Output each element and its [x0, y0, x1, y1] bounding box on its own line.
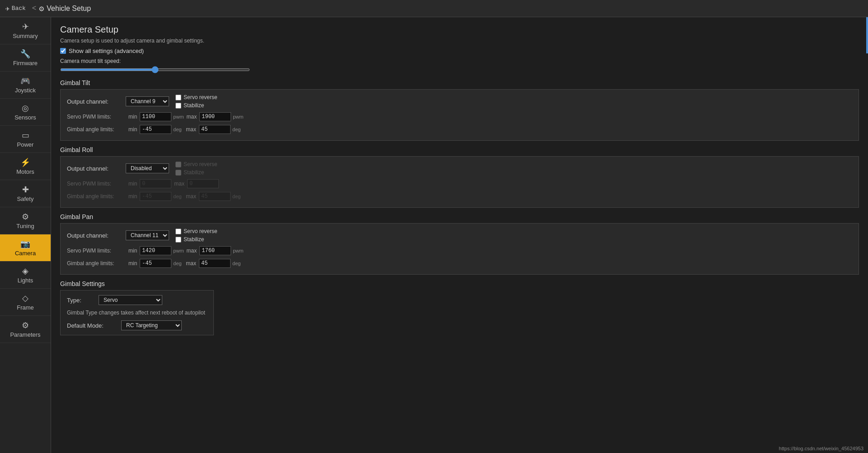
tilt-pwm-row: Servo PWM limits: min pwm max pwm: [67, 112, 852, 121]
tilt-pwm-max-unit: pwm: [233, 114, 243, 119]
tilt-pwm-min-unit: pwm: [173, 114, 184, 119]
pan-pwm-max-unit: pwm: [233, 248, 243, 253]
pan-pwm-max-container: pwm: [199, 246, 243, 255]
roll-servo-reverse-checkbox: [175, 162, 181, 167]
roll-pwm-max-label: max: [174, 181, 184, 187]
pan-angle-min-unit: deg: [173, 261, 183, 266]
sidebar-item-label: Lights: [18, 277, 33, 284]
tilt-angle-max-unit: deg: [232, 127, 242, 132]
tilt-output-channel-select[interactable]: Channel 9 Disabled Channel 1 Channel 2 C…: [126, 96, 169, 106]
roll-pwm-min-container: [140, 179, 171, 188]
sidebar-item-motors[interactable]: ⚡ Motors: [0, 153, 51, 180]
tilt-pwm-min-input[interactable]: [140, 112, 171, 121]
tilt-pwm-max-input[interactable]: [199, 112, 231, 121]
pan-pwm-max-input[interactable]: [199, 246, 231, 255]
tilt-pwm-label: Servo PWM limits:: [67, 114, 126, 120]
sidebar-item-label: Tuning: [16, 223, 34, 229]
mount-tilt-speed-container: Camera mount tilt speed:: [60, 58, 859, 73]
sidebar-item-tuning[interactable]: ⚙ Tuning: [0, 207, 51, 234]
pan-angle-row: Gimbal angle limits: min deg max deg: [67, 259, 852, 268]
pan-pwm-min-unit: pwm: [173, 248, 184, 253]
sidebar: ✈ Summary 🔧 Firmware 🎮 Joystick ◎ Sensor…: [0, 17, 51, 453]
sidebar-item-power[interactable]: ▭ Power: [0, 126, 51, 153]
pan-pwm-row: Servo PWM limits: min pwm max pwm: [67, 246, 852, 255]
pan-servo-reverse-label[interactable]: Servo reverse: [175, 228, 234, 234]
sidebar-item-summary[interactable]: ✈ Summary: [0, 17, 51, 44]
gimbal-type-select[interactable]: Servo SToRM32_MAVLink SToRM32_Serial: [99, 295, 162, 305]
show-all-settings-checkbox[interactable]: [60, 48, 66, 54]
gimbal-default-mode-row: Default Mode: RC Targeting MAVLink Targe…: [67, 320, 207, 330]
sidebar-item-label: Sensors: [14, 114, 36, 121]
pan-angle-max-input[interactable]: [199, 259, 231, 268]
sidebar-item-joystick[interactable]: 🎮 Joystick: [0, 72, 51, 99]
gimbal-pan-panel: Output channel: Channel 11 Disabled Chan…: [60, 223, 859, 275]
sidebar-item-label: Frame: [17, 304, 34, 311]
roll-angle-label: Gimbal angle limits:: [67, 193, 126, 200]
pan-angle-label: Gimbal angle limits:: [67, 260, 126, 267]
pan-pwm-min-input[interactable]: [140, 246, 171, 255]
pan-checkboxes: Servo reverse Stabilize: [175, 228, 234, 243]
sidebar-item-frame[interactable]: ◇ Frame: [0, 289, 51, 316]
pan-angle-max-label: max: [186, 260, 196, 267]
pan-output-channel-select[interactable]: Channel 11 Disabled Channel 1 Channel 2 …: [126, 230, 169, 240]
motors-icon: ⚡: [20, 157, 30, 167]
tilt-pwm-max-input-container: pwm: [199, 112, 243, 121]
tilt-servo-reverse-label[interactable]: Servo reverse: [175, 94, 234, 100]
roll-angle-min-container: deg: [140, 192, 183, 201]
roll-angle-max-input: [199, 192, 231, 201]
mount-tilt-speed-slider[interactable]: [60, 68, 250, 71]
tilt-angle-max-input[interactable]: [199, 125, 231, 134]
page-description: Camera setup is used to adjust camera an…: [60, 38, 859, 44]
roll-pwm-min-input: [140, 179, 171, 188]
roll-stabilize-checkbox: [175, 170, 181, 176]
topbar: ✈ Back < ⚙ Vehicle Setup: [0, 0, 868, 17]
pan-stabilize-label[interactable]: Stabilize: [175, 236, 234, 243]
page-title: Camera Setup: [60, 24, 859, 35]
tilt-stabilize-checkbox[interactable]: [175, 103, 181, 109]
pan-angle-min-label: min: [128, 260, 137, 267]
pan-pwm-min-container: pwm: [140, 246, 184, 255]
gimbal-type-label: Type:: [67, 297, 94, 304]
tilt-angle-min-input[interactable]: [140, 125, 171, 134]
tilt-servo-reverse-checkbox[interactable]: [175, 95, 181, 100]
sidebar-item-label: Parameters: [10, 331, 40, 338]
sidebar-item-sensors[interactable]: ◎ Sensors: [0, 99, 51, 126]
roll-output-channel-select[interactable]: Disabled Channel 1 Channel 2 Channel 3 C…: [126, 163, 169, 173]
roll-pwm-row: Servo PWM limits: min max: [67, 179, 852, 188]
pan-angle-max-container: deg: [199, 259, 242, 268]
tilt-angle-label: Gimbal angle limits:: [67, 126, 126, 133]
bottom-link: https://blog.csdn.net/weixin_45624953: [779, 446, 863, 451]
roll-pwm-min-label: min: [128, 181, 137, 187]
gimbal-tilt-title: Gimbal Tilt: [60, 79, 859, 86]
sidebar-item-parameters[interactable]: ⚙ Parameters: [0, 316, 51, 343]
gimbal-default-mode-select[interactable]: RC Targeting MAVLink Targeting GPS Point…: [121, 320, 182, 330]
back-button[interactable]: ✈ Back: [5, 4, 26, 13]
roll-angle-max-label: max: [186, 193, 196, 200]
sidebar-item-label: Firmware: [13, 60, 38, 67]
pan-servo-reverse-checkbox[interactable]: [175, 229, 181, 234]
pan-stabilize-checkbox[interactable]: [175, 237, 181, 243]
tilt-output-channel-label: Output channel:: [67, 98, 126, 105]
power-icon: ▭: [22, 130, 29, 140]
sidebar-item-firmware[interactable]: 🔧 Firmware: [0, 44, 51, 72]
tilt-stabilize-label[interactable]: Stabilize: [175, 102, 234, 109]
gimbal-settings-panel: Type: Servo SToRM32_MAVLink SToRM32_Seri…: [60, 290, 214, 335]
sidebar-item-label: Joystick: [15, 87, 36, 94]
summary-icon: ✈: [22, 22, 29, 32]
gimbal-roll-panel: Output channel: Disabled Channel 1 Chann…: [60, 156, 859, 208]
pan-angle-min-input[interactable]: [140, 259, 171, 268]
tilt-angle-min-unit: deg: [173, 127, 183, 132]
parameters-icon: ⚙: [22, 320, 29, 330]
pan-output-channel-row: Output channel: Channel 11 Disabled Chan…: [67, 228, 852, 243]
sidebar-item-safety[interactable]: ✚ Safety: [0, 180, 51, 207]
roll-angle-max-container: deg: [199, 192, 242, 201]
tilt-pwm-min-input-container: pwm: [140, 112, 184, 121]
sidebar-item-lights[interactable]: ◈ Lights: [0, 262, 51, 289]
show-all-settings-label[interactable]: Show all settings (advanced): [69, 48, 144, 54]
gear-icon: ⚙: [39, 4, 44, 14]
sidebar-item-label: Summary: [13, 33, 38, 39]
frame-icon: ◇: [22, 293, 28, 303]
gimbal-tilt-panel: Output channel: Channel 9 Disabled Chann…: [60, 89, 859, 141]
sidebar-item-camera[interactable]: 📷 Camera: [0, 234, 51, 262]
safety-icon: ✚: [22, 185, 29, 195]
